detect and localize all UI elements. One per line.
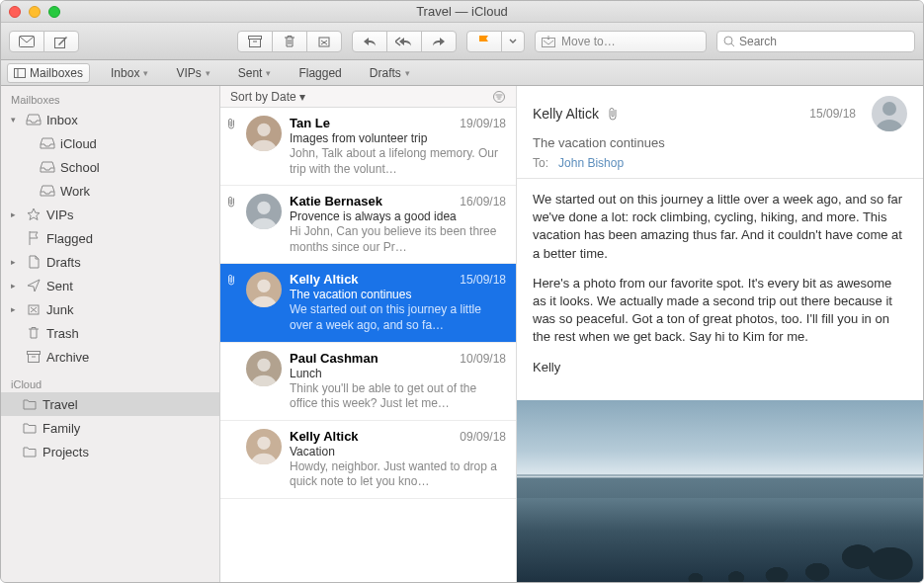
sidebar-item-label: Work — [60, 184, 90, 199]
reply-all-icon — [395, 36, 413, 47]
message-date: 19/09/18 — [452, 117, 506, 130]
sidebar-mailbox-work[interactable]: Work — [1, 179, 219, 203]
sidebar-folder-family[interactable]: Family — [1, 416, 219, 440]
sidebar-item-label: Flagged — [46, 231, 93, 246]
sidebar-mailbox-junk[interactable]: ▸Junk — [1, 297, 219, 321]
sort-bar[interactable]: Sort by Date ▾ — [220, 86, 516, 108]
sidebar-item-label: Family — [42, 421, 80, 436]
sidebar-mailbox-inbox[interactable]: ▾Inbox — [1, 108, 219, 131]
message-preview-text: We started out on this journey a little … — [290, 302, 506, 333]
sender-avatar — [246, 429, 282, 464]
message-subject: Vacation — [290, 445, 506, 458]
message-preview: Kelly Altick 15/09/18 The vacation conti… — [517, 86, 923, 582]
minimize-window-button[interactable] — [29, 6, 41, 18]
sidebar-mailbox-drafts[interactable]: ▸Drafts — [1, 250, 219, 274]
chevron-down-icon: ▾ — [405, 68, 410, 78]
archive-icon — [25, 351, 42, 363]
message-row[interactable]: Kelly Altick09/09/18VacationHowdy, neigh… — [220, 421, 516, 499]
inbox-icon — [39, 185, 56, 197]
svg-rect-11 — [15, 68, 26, 77]
move-to-dropdown[interactable]: Move to… — [535, 31, 707, 52]
doc-icon — [25, 255, 42, 269]
sidebar-item-label: Drafts — [46, 255, 81, 270]
message-row[interactable]: Paul Cashman10/09/18LunchThink you'll be… — [220, 343, 516, 421]
disclosure-triangle[interactable]: ▸ — [11, 281, 21, 291]
message-subject: Images from volunteer trip — [290, 131, 506, 145]
traffic-lights — [9, 6, 60, 18]
sidebar-mailbox-flagged[interactable]: Flagged — [1, 226, 219, 250]
sidebar-section-icloud: iCloud — [1, 375, 219, 392]
archive-icon — [248, 36, 262, 47]
sidebar-item-label: Junk — [46, 302, 73, 317]
preview-header: Kelly Altick 15/09/18 The vacation conti… — [517, 86, 923, 179]
chevron-down-icon: ▾ — [143, 68, 148, 78]
titlebar: Travel — iCloud — [1, 1, 923, 23]
svg-point-9 — [724, 37, 732, 44]
envelope-icon — [19, 36, 35, 47]
sidebar-item-label: Archive — [46, 350, 89, 365]
close-window-button[interactable] — [9, 6, 21, 18]
zoom-window-button[interactable] — [48, 6, 60, 18]
sidebar-item-label: VIPs — [46, 208, 73, 222]
chevron-down-icon: ▾ — [299, 90, 305, 104]
to-label: To: — [533, 156, 548, 170]
sidebar-item-label: Travel — [42, 397, 78, 412]
mailboxes-toggle[interactable]: Mailboxes — [7, 63, 90, 83]
favorites-drafts[interactable]: Drafts▾ — [363, 63, 417, 83]
sidebar-mailbox-trash[interactable]: Trash — [1, 321, 219, 345]
get-mail-button[interactable] — [9, 31, 44, 52]
sidebar-item-label: Sent — [46, 279, 73, 293]
reply-button[interactable] — [352, 31, 387, 52]
sender-avatar — [246, 194, 282, 229]
chevron-down-icon: ▾ — [266, 68, 271, 78]
sidebar-mailbox-archive[interactable]: Archive — [1, 345, 219, 369]
sidebar-mailbox-sent[interactable]: ▸Sent — [1, 274, 219, 297]
message-date: 10/09/18 — [452, 352, 506, 366]
chevron-down-icon: ▾ — [206, 68, 210, 78]
inbox-icon — [39, 137, 56, 149]
forward-button[interactable] — [421, 31, 457, 52]
favorites-flagged[interactable]: Flagged — [292, 63, 348, 83]
mailboxes-label: Mailboxes — [30, 66, 83, 80]
move-to-label: Move to… — [561, 35, 616, 48]
sidebar-mailbox-school[interactable]: School — [1, 155, 219, 179]
disclosure-triangle[interactable]: ▸ — [11, 304, 21, 314]
preview-paragraph: We started out on this journey a little … — [533, 191, 907, 263]
attachment-indicator — [224, 429, 238, 490]
preview-sender: Kelly Altick — [533, 106, 599, 122]
preview-attachment-image[interactable] — [517, 400, 923, 582]
sidebar-item-label: School — [60, 160, 100, 175]
delete-button[interactable] — [272, 31, 307, 52]
search-input[interactable] — [739, 35, 908, 48]
filter-button[interactable] — [492, 91, 506, 103]
favorites-vips[interactable]: VIPs▾ — [169, 63, 216, 83]
inbox-icon — [39, 161, 56, 173]
message-row[interactable]: Katie Bernasek16/09/18Provence is always… — [220, 186, 516, 264]
favorites-inbox[interactable]: Inbox▾ — [104, 63, 155, 83]
sidebar-mailbox-icloud[interactable]: iCloud — [1, 131, 219, 155]
to-recipient[interactable]: John Bishop — [558, 156, 624, 170]
preview-to: To: John Bishop — [533, 156, 907, 170]
svg-point-20 — [257, 280, 270, 292]
compose-button[interactable] — [43, 31, 79, 52]
disclosure-triangle[interactable]: ▾ — [11, 115, 21, 125]
archive-button[interactable] — [237, 31, 273, 52]
search-field[interactable] — [716, 31, 915, 52]
inbox-icon — [25, 114, 42, 125]
message-row[interactable]: Kelly Altick15/09/18The vacation continu… — [220, 264, 516, 342]
message-from: Katie Bernasek — [290, 194, 382, 208]
sidebar-folder-travel[interactable]: Travel — [1, 392, 219, 416]
disclosure-triangle[interactable]: ▸ — [11, 257, 21, 267]
junk-button[interactable] — [306, 31, 342, 52]
attachment-indicator — [224, 351, 238, 412]
message-row[interactable]: Tan Le19/09/18Images from volunteer trip… — [220, 108, 516, 186]
window-title: Travel — iCloud — [1, 4, 923, 19]
flag-menu-button[interactable] — [501, 31, 525, 52]
disclosure-triangle[interactable]: ▸ — [11, 209, 21, 219]
sidebar-folder-projects[interactable]: Projects — [1, 440, 219, 463]
reply-all-button[interactable] — [386, 31, 422, 52]
message-subject: Provence is always a good idea — [290, 209, 506, 223]
flag-button[interactable] — [466, 31, 502, 52]
favorites-sent[interactable]: Sent▾ — [231, 63, 279, 83]
sidebar-mailbox-vips[interactable]: ▸VIPs — [1, 203, 219, 226]
